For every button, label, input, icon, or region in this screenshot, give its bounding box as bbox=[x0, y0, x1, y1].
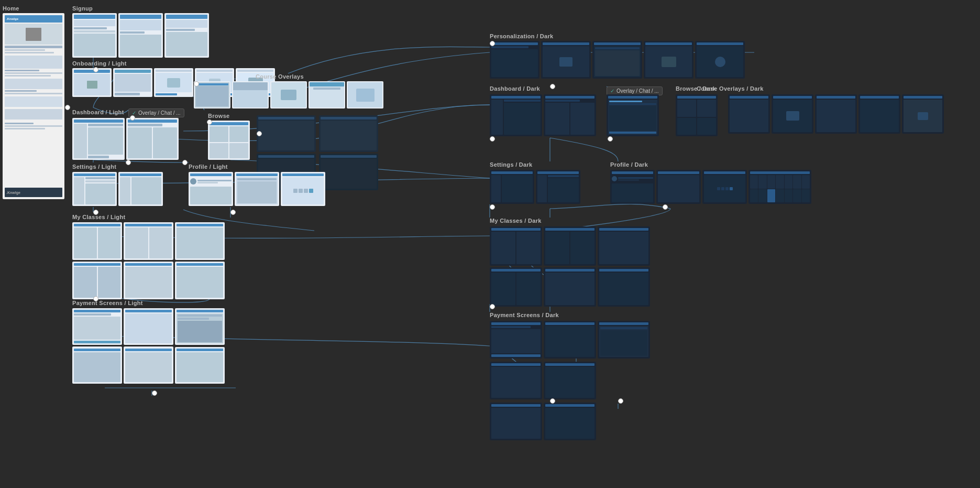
cod-frame-3[interactable] bbox=[815, 94, 857, 134]
pd-frame-2[interactable] bbox=[541, 41, 591, 79]
sd-frame-1[interactable] bbox=[490, 170, 534, 204]
my-classes-dark-frames bbox=[490, 226, 650, 307]
dd-frame-2[interactable] bbox=[544, 94, 596, 136]
node-11 bbox=[93, 296, 98, 301]
node-12 bbox=[152, 391, 157, 396]
signup-frame-2[interactable] bbox=[118, 13, 163, 58]
pl-frame-3[interactable] bbox=[281, 172, 325, 206]
pyd-b2-frame-2[interactable] bbox=[544, 403, 596, 440]
payment-dark-bottom-1 bbox=[490, 362, 596, 399]
settings-dark-label: Settings / Dark bbox=[490, 161, 533, 168]
dd-frame-1[interactable] bbox=[490, 94, 542, 136]
dashboard-dark-frames bbox=[490, 94, 596, 136]
pyl-bottom-2[interactable] bbox=[124, 347, 173, 384]
course-overlays-label: Course Overlays bbox=[256, 73, 304, 80]
mcd-frame-6[interactable] bbox=[598, 267, 650, 307]
home-frame[interactable]: .Knwlge .Knwlge bbox=[3, 13, 64, 199]
pd-frame-3[interactable] bbox=[592, 41, 642, 79]
dl-frame-2[interactable] bbox=[126, 118, 179, 160]
onb-frame-3[interactable] bbox=[154, 68, 193, 97]
main-canvas: Home .Knwlge bbox=[0, 0, 980, 488]
dashboard-light-label: Dashboard / Light bbox=[72, 109, 124, 115]
onb-frame-2[interactable] bbox=[113, 68, 152, 97]
pyd-b2-frame-1[interactable] bbox=[490, 403, 542, 440]
mcl-frame-4[interactable] bbox=[72, 262, 122, 299]
node-dark-4 bbox=[608, 136, 613, 142]
overlay-dark-frames bbox=[607, 94, 659, 136]
payment-light-label: Payment Screens / Light bbox=[72, 300, 143, 306]
pl-frame-1[interactable] bbox=[189, 172, 233, 206]
prof-d-frame-4[interactable] bbox=[748, 170, 811, 204]
pl-frame-2[interactable] bbox=[235, 172, 279, 206]
browse-light-label: Browse bbox=[208, 113, 230, 119]
onb-frame-1[interactable] bbox=[72, 68, 112, 97]
node-2 bbox=[93, 67, 98, 72]
browse-dark-frame-4[interactable] bbox=[319, 154, 378, 190]
profile-light-label: Profile / Light bbox=[189, 164, 228, 170]
overlay-chat-light-badge[interactable]: ✓ Overlay / Chat / ... bbox=[128, 109, 184, 117]
bd-frame-1[interactable] bbox=[676, 94, 718, 136]
pd-frame-4[interactable] bbox=[644, 41, 693, 79]
pyd-frame-3[interactable] bbox=[598, 321, 650, 359]
browse-dark-frame-2[interactable] bbox=[319, 115, 378, 152]
pyl-bottom-3[interactable] bbox=[175, 347, 225, 384]
mcd-frame-3[interactable] bbox=[598, 226, 650, 266]
pd-frame-1[interactable] bbox=[490, 41, 539, 79]
pyl-frame-2[interactable] bbox=[124, 308, 173, 345]
co-frame-4[interactable] bbox=[309, 81, 345, 109]
signup-frame-3[interactable] bbox=[164, 13, 209, 58]
sd-frame-2[interactable] bbox=[536, 170, 580, 204]
node-dark-2 bbox=[550, 84, 555, 89]
cod-frame-5[interactable] bbox=[902, 94, 944, 134]
prof-d-frame-1[interactable] bbox=[610, 170, 655, 204]
mcd-frame-1[interactable] bbox=[490, 226, 542, 266]
co-frame-1[interactable] bbox=[194, 81, 230, 109]
course-overlays-dark-frames bbox=[728, 94, 964, 134]
profile-light-frames bbox=[189, 172, 325, 206]
mcl-frame-5[interactable] bbox=[124, 262, 173, 299]
pyd-b1-frame-2[interactable] bbox=[544, 362, 596, 399]
node-4 bbox=[130, 115, 135, 121]
node-dark-5 bbox=[490, 204, 495, 210]
mcd-frame-4[interactable] bbox=[490, 267, 542, 307]
cod-frame-1[interactable] bbox=[728, 94, 770, 134]
mcd-frame-5[interactable] bbox=[544, 267, 596, 307]
cod-frame-2[interactable] bbox=[772, 94, 813, 134]
node-9 bbox=[93, 210, 98, 215]
mcl-frame-1[interactable] bbox=[72, 222, 122, 260]
mcl-frame-6[interactable] bbox=[175, 262, 225, 299]
payment-dark-frames bbox=[490, 321, 650, 359]
pyl-frame-3[interactable] bbox=[175, 308, 225, 345]
co-frame-2[interactable] bbox=[232, 81, 269, 109]
prof-d-frame-3[interactable] bbox=[702, 170, 747, 204]
pd-frame-5[interactable] bbox=[695, 41, 745, 79]
pyl-frame-1[interactable] bbox=[72, 308, 122, 345]
browse-frame-1[interactable] bbox=[208, 121, 250, 160]
dl-frame-1[interactable] bbox=[72, 118, 125, 160]
mcl-frame-2[interactable] bbox=[124, 222, 173, 260]
pyl-bottom-1[interactable] bbox=[72, 347, 122, 384]
payment-light-bottom bbox=[72, 347, 225, 384]
sl-frame-1[interactable] bbox=[72, 172, 117, 206]
node-1 bbox=[65, 105, 70, 110]
my-classes-light-frames bbox=[72, 222, 225, 299]
co-frame-5[interactable] bbox=[347, 81, 383, 109]
node-6 bbox=[257, 131, 262, 136]
settings-light-label: Settings / Light bbox=[72, 164, 116, 170]
co-frame-3[interactable] bbox=[270, 81, 307, 109]
prof-d-frame-2[interactable] bbox=[656, 170, 701, 204]
personalization-dark-frames bbox=[490, 41, 745, 79]
sl-frame-2[interactable] bbox=[118, 172, 163, 206]
signup-frame-1[interactable] bbox=[72, 13, 117, 58]
pyd-b1-frame-1[interactable] bbox=[490, 362, 542, 399]
browse-dark-frame-1[interactable] bbox=[257, 115, 316, 152]
browse-light-frames bbox=[208, 121, 250, 160]
signup-frames bbox=[72, 13, 222, 58]
pyd-frame-2[interactable] bbox=[544, 321, 596, 359]
od-frame-1[interactable] bbox=[607, 94, 659, 136]
pyd-frame-1[interactable] bbox=[490, 321, 542, 359]
mcd-frame-2[interactable] bbox=[544, 226, 596, 266]
node-dark-7 bbox=[490, 304, 495, 309]
cod-frame-4[interactable] bbox=[858, 94, 900, 134]
mcl-frame-3[interactable] bbox=[175, 222, 225, 260]
